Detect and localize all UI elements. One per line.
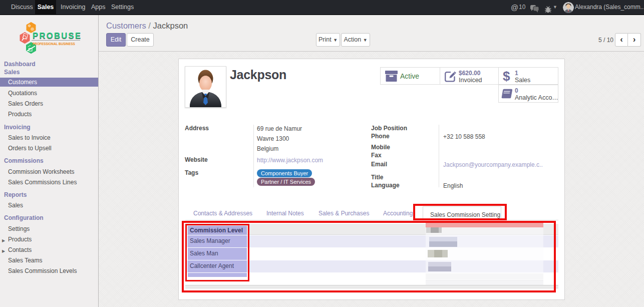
svg-text:PROFESSIONAL BUSINESS: PROFESSIONAL BUSINESS bbox=[33, 42, 75, 46]
svg-text:PROBUSE: PROBUSE bbox=[33, 31, 82, 40]
